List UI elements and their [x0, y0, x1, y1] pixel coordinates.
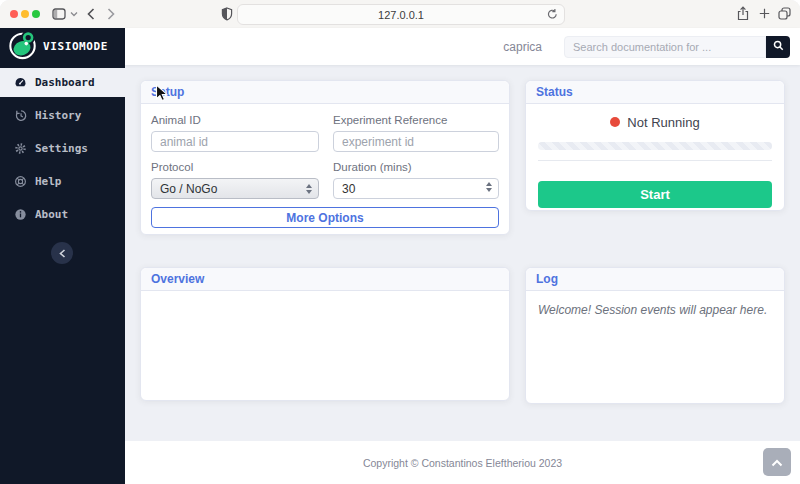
- sidebar-item-about[interactable]: About: [0, 200, 125, 229]
- overview-card: Overview: [140, 267, 510, 401]
- log-card: Log Welcome! Session events will appear …: [525, 267, 785, 404]
- sidebar-item-label: Dashboard: [35, 76, 95, 89]
- overview-card-header: Overview: [141, 268, 509, 291]
- duration-stepper[interactable]: [333, 178, 499, 199]
- sidebar-item-label: About: [35, 208, 68, 221]
- life-ring-icon: [14, 175, 27, 188]
- select-arrows-icon: [306, 184, 312, 194]
- experiment-reference-field[interactable]: [333, 131, 499, 152]
- setup-form: Animal ID Experiment Reference Protocol …: [141, 104, 509, 236]
- chevron-down-icon[interactable]: [70, 11, 78, 17]
- duration-label: Duration (mins): [333, 161, 499, 173]
- status-card: Status Not Running Start: [525, 80, 785, 211]
- browser-toolbar: 127.0.0.1: [0, 0, 800, 29]
- chevron-up-icon: [771, 455, 783, 470]
- copyright-text: Copyright © Constantinos Eleftheriou 202…: [363, 457, 562, 469]
- search-bar: [564, 36, 790, 58]
- status-indicator-dot: [610, 117, 620, 127]
- sidebar-item-history[interactable]: History: [0, 101, 125, 130]
- visiomode-logo-icon: [8, 30, 38, 64]
- zoom-window-button[interactable]: [32, 10, 40, 18]
- app-window: 127.0.0.1 VIS: [0, 0, 800, 484]
- overview-body: [141, 291, 509, 307]
- sidebar-item-help[interactable]: Help: [0, 167, 125, 196]
- history-icon: [14, 109, 27, 122]
- status-title: Status: [536, 85, 573, 99]
- forward-icon[interactable]: [107, 8, 115, 20]
- close-window-button[interactable]: [10, 10, 18, 18]
- gear-icon: [14, 142, 27, 155]
- setup-card-header: Setup: [141, 81, 509, 104]
- reload-icon[interactable]: [547, 8, 558, 22]
- address-bar[interactable]: 127.0.0.1: [237, 4, 565, 25]
- tab-overview-icon[interactable]: [778, 7, 791, 20]
- search-button[interactable]: [766, 36, 790, 58]
- status-card-header: Status: [526, 81, 784, 104]
- status-state-text: Not Running: [627, 115, 699, 130]
- log-title: Log: [536, 272, 558, 286]
- chevron-left-icon: [59, 246, 66, 261]
- divider: [538, 160, 772, 161]
- dashboard-content: Setup Animal ID Experiment Reference Pro…: [125, 65, 800, 441]
- share-icon[interactable]: [737, 6, 749, 21]
- brand[interactable]: VISIOMODE: [0, 28, 125, 65]
- minimize-window-button[interactable]: [21, 10, 29, 18]
- more-options-button[interactable]: More Options: [151, 207, 499, 228]
- username[interactable]: caprica: [503, 40, 542, 54]
- status-body: Not Running Start: [526, 104, 784, 216]
- sidebar-toggle-icon[interactable]: [52, 8, 66, 20]
- log-card-header: Log: [526, 268, 784, 291]
- sidebar-item-dashboard[interactable]: Dashboard: [0, 68, 125, 97]
- animal-id-label: Animal ID: [151, 114, 319, 126]
- log-welcome-message: Welcome! Session events will appear here…: [526, 291, 784, 329]
- search-input[interactable]: [564, 36, 766, 58]
- info-icon: [14, 208, 27, 221]
- protocol-select[interactable]: Go / NoGo: [151, 178, 319, 199]
- sidebar-item-label: Settings: [35, 142, 88, 155]
- animal-id-field[interactable]: [151, 131, 319, 152]
- setup-card: Setup Animal ID Experiment Reference Pro…: [140, 80, 510, 235]
- sidebar-item-label: History: [35, 109, 81, 122]
- sidebar: VISIOMODE Dashboard History Settings: [0, 28, 125, 484]
- start-button[interactable]: Start: [538, 181, 772, 208]
- gauge-icon: [14, 76, 27, 89]
- protocol-label: Protocol: [151, 161, 319, 173]
- spinner-arrows-icon[interactable]: [486, 182, 492, 192]
- brand-title: VISIOMODE: [43, 40, 108, 53]
- protocol-selected-value: Go / NoGo: [160, 182, 306, 196]
- sidebar-item-label: Help: [35, 175, 62, 188]
- scroll-to-top-button[interactable]: [763, 448, 791, 476]
- sidebar-item-settings[interactable]: Settings: [0, 134, 125, 163]
- search-icon: [773, 39, 784, 54]
- setup-title: Setup: [151, 85, 184, 99]
- experiment-reference-label: Experiment Reference: [333, 114, 499, 126]
- sidebar-collapse-button[interactable]: [51, 242, 73, 264]
- url-text: 127.0.0.1: [378, 9, 424, 21]
- footer: Copyright © Constantinos Eleftheriou 202…: [125, 441, 800, 484]
- sidebar-nav: Dashboard History Settings Help: [0, 68, 125, 229]
- topbar: caprica: [125, 28, 800, 65]
- back-icon[interactable]: [87, 8, 95, 20]
- main-area: caprica Setup An: [125, 28, 800, 484]
- overview-title: Overview: [151, 272, 204, 286]
- session-progress-bar: [538, 142, 772, 150]
- privacy-shield-icon[interactable]: [221, 7, 233, 21]
- new-tab-icon[interactable]: [759, 8, 770, 19]
